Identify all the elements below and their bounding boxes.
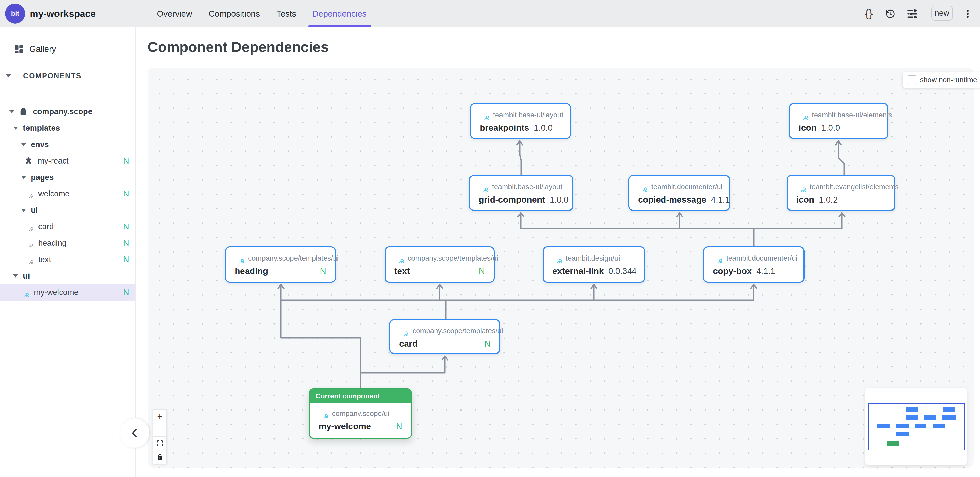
node-version: 1.0.0 (550, 195, 568, 204)
show-non-runtime-toggle[interactable]: show non-runtime (902, 72, 980, 88)
minimap-node (896, 432, 909, 436)
node-name: breakpoints (480, 123, 529, 133)
node-name: my-welcome (319, 421, 371, 431)
new-badge: N (123, 255, 135, 264)
minimap-node (905, 415, 918, 420)
tab-dependencies[interactable]: Dependencies (312, 0, 367, 27)
graph-node-my-welcome[interactable]: Current componentcompany.scope/uimy-welc… (309, 388, 412, 439)
settings-sliders-icon[interactable] (905, 0, 919, 27)
node-name: heading (235, 266, 268, 276)
sidebar-item-gallery[interactable]: Gallery (0, 35, 135, 63)
sidebar-item-heading[interactable]: headingN (0, 235, 135, 251)
chevron-down-icon (21, 143, 26, 146)
minimap-node (877, 424, 890, 428)
sidebar-item-company.scope[interactable]: company.scope (0, 104, 135, 120)
graph-node-external-link[interactable]: teambit.design/uiexternal-link0.0.344 (542, 246, 645, 282)
graph-minimap[interactable] (865, 388, 967, 466)
node-scope-id: teambit.base-ui/layout (493, 111, 563, 119)
node-name: external-link (552, 266, 604, 276)
sidebar-item-welcome[interactable]: welcomeN (0, 186, 135, 202)
tree-label: my-welcome (34, 288, 78, 297)
react-icon (394, 254, 404, 263)
node-version: 4.1.1 (711, 195, 730, 204)
graph-node-icon-base-ui[interactable]: teambit.base-ui/elementsicon1.0.0 (789, 103, 888, 139)
sidebar-item-ui[interactable]: ui (0, 268, 135, 284)
node-new-badge: N (396, 421, 402, 431)
tree-label: ui (31, 206, 38, 215)
react-icon (24, 239, 33, 247)
graph-node-breakpoints[interactable]: teambit.base-ui/layoutbreakpoints1.0.0 (470, 103, 571, 139)
fit-view-button[interactable] (153, 437, 167, 450)
graph-node-text[interactable]: company.scope/templates/uitextN (385, 246, 495, 282)
kebab-menu-icon[interactable] (961, 0, 974, 27)
graph-node-card[interactable]: company.scope/templates/uicardN (390, 319, 500, 354)
minimap-node (915, 424, 926, 428)
page-title: Component Dependencies (148, 38, 329, 55)
node-scope-id: teambit.base-ui/layout (492, 183, 562, 191)
sidebar: Gallery COMPONENTS company.scopetemplate… (0, 27, 136, 477)
sidebar-item-envs[interactable]: envs (0, 136, 135, 153)
bit-logo[interactable]: bit (5, 3, 25, 24)
react-icon (24, 222, 33, 231)
react-icon (20, 288, 29, 297)
graph-node-icon-evangelist[interactable]: teambit.evangelist/elementsicon1.0.2 (787, 175, 895, 211)
chevron-down-icon (6, 74, 11, 78)
tab-tests[interactable]: Tests (276, 0, 296, 27)
tab-compositions[interactable]: Compositions (208, 0, 260, 27)
sidebar-collapse-button[interactable] (120, 418, 149, 448)
react-icon (479, 182, 488, 191)
lock-icon (156, 453, 164, 461)
chevron-down-icon (13, 274, 18, 278)
tab-overview[interactable]: Overview (157, 0, 192, 27)
node-scope-id: teambit.design/ui (566, 254, 620, 262)
graph-node-copied-message[interactable]: teambit.documenter/uicopied-message4.1.1 (628, 175, 730, 211)
graph-node-grid-component[interactable]: teambit.base-ui/layoutgrid-component1.0.… (469, 175, 573, 211)
react-icon (399, 326, 409, 335)
tree-label: heading (38, 238, 67, 248)
sidebar-item-ui[interactable]: ui (0, 202, 135, 219)
chevron-left-icon (129, 428, 140, 439)
node-new-badge: N (320, 266, 326, 276)
sidebar-item-templates[interactable]: templates (0, 120, 135, 136)
minimap-node (942, 415, 956, 420)
components-header[interactable]: COMPONENTS (0, 68, 135, 83)
sidebar-item-my-welcome[interactable]: my-welcomeN (0, 284, 135, 301)
tree-label: my-react (38, 156, 69, 166)
new-badge: N (123, 189, 135, 198)
react-icon (480, 110, 489, 120)
dependency-graph-canvas[interactable]: teambit.base-ui/layoutbreakpoints1.0.0te… (148, 67, 974, 468)
tree-label: templates (23, 123, 60, 133)
dependency-edge (520, 141, 521, 175)
minimap-node (933, 424, 945, 428)
code-icon[interactable]: {} (860, 0, 878, 27)
gallery-icon (14, 45, 24, 54)
new-button[interactable]: new (931, 6, 953, 21)
zoom-in-button[interactable]: + (153, 410, 167, 423)
react-icon (24, 255, 33, 264)
tree-label: ui (23, 271, 30, 281)
top-bar: bit my-workspace OverviewCompositionsTes… (0, 0, 980, 27)
sidebar-item-pages[interactable]: pages (0, 169, 135, 186)
graph-node-heading[interactable]: company.scope/templates/uiheadingN (225, 246, 336, 282)
minimap-node (905, 407, 918, 412)
fit-view-icon (156, 440, 164, 447)
sidebar-item-my-react[interactable]: my-reactN (0, 153, 135, 169)
node-name: icon (799, 123, 816, 133)
sidebar-item-card[interactable]: cardN (0, 219, 135, 235)
new-badge: N (123, 238, 135, 248)
react-icon (799, 110, 808, 120)
node-scope-id: company.scope/ui (332, 410, 390, 418)
sidebar-item-text[interactable]: textN (0, 251, 135, 268)
show-non-runtime-checkbox[interactable] (908, 75, 916, 84)
workspace-name: my-workspace (30, 0, 96, 27)
lock-button[interactable] (153, 450, 167, 464)
graph-node-copy-box[interactable]: teambit.documenter/uicopy-box4.1.1 (703, 246, 805, 282)
zoom-out-button[interactable]: − (153, 423, 167, 437)
show-non-runtime-label: show non-runtime (920, 76, 977, 84)
node-name: text (394, 266, 410, 276)
react-icon (713, 254, 722, 263)
tree-label: welcome (38, 189, 70, 198)
node-new-badge: N (479, 266, 485, 276)
history-icon[interactable] (883, 0, 897, 27)
current-component-header: Current component (310, 389, 411, 403)
